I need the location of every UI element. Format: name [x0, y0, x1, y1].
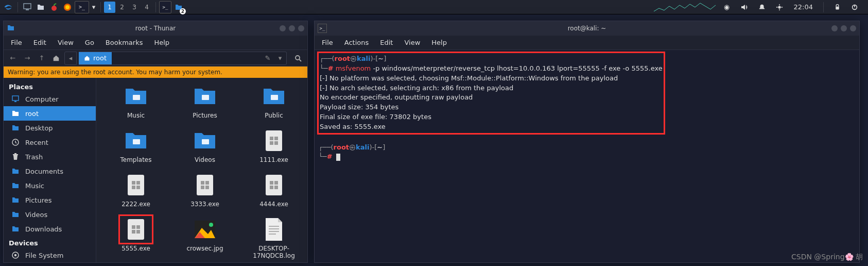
svg-rect-32 — [201, 181, 204, 185]
thunar-window: root - Thunar File Edit View Go Bookmark… — [3, 21, 308, 263]
menu-edit[interactable]: Edit — [375, 37, 398, 48]
up-button[interactable]: ↑ — [36, 52, 48, 64]
terminal-launcher-icon[interactable]: >_ — [75, 1, 89, 13]
svg-rect-23 — [274, 137, 278, 140]
task-files-icon[interactable]: 2 — [172, 1, 185, 13]
maximize-button[interactable] — [841, 25, 847, 31]
path-toggle-icon[interactable]: ◂ — [64, 52, 77, 65]
network-icon[interactable] — [773, 1, 786, 13]
svg-point-5 — [778, 6, 780, 8]
file-item[interactable]: 1111.exe — [240, 126, 307, 165]
volume-icon[interactable] — [738, 1, 751, 13]
maximize-button[interactable] — [289, 25, 295, 31]
menu-actions[interactable]: Actions — [339, 37, 374, 48]
menu-go[interactable]: Go — [80, 37, 99, 48]
sidebar-item-trash[interactable]: Trash — [4, 149, 96, 164]
workspace-1[interactable]: 1 — [104, 2, 115, 13]
file-label: Pictures — [193, 112, 217, 119]
sidebar-item-pictures[interactable]: Pictures — [4, 193, 96, 207]
menu-help[interactable]: Help — [149, 37, 175, 48]
svg-rect-45 — [136, 230, 140, 234]
file-item[interactable]: 3333.exe — [171, 171, 238, 210]
file-item[interactable]: DESKTOP-17NQDCB.log — [240, 215, 307, 261]
thunar-menubar: File Edit View Go Bookmarks Help — [4, 36, 307, 50]
search-button[interactable] — [292, 52, 304, 64]
record-icon[interactable]: ◉ — [721, 1, 733, 13]
thunar-titlebar[interactable]: root - Thunar — [4, 21, 307, 36]
sidebar-item-music[interactable]: Music — [4, 178, 96, 193]
file-item[interactable]: Music — [102, 82, 169, 121]
file-label: 3333.exe — [190, 201, 219, 208]
workspace-2[interactable]: 2 — [116, 2, 128, 13]
sidebar-item-label: Trash — [25, 153, 43, 161]
terminal-dropdown-icon[interactable]: ▾ — [90, 1, 97, 13]
kali-menu-icon[interactable] — [2, 1, 14, 13]
menu-file[interactable]: File — [317, 37, 338, 48]
svg-rect-10 — [14, 101, 16, 102]
clock[interactable]: 22:04 — [794, 3, 813, 11]
sidebar-item-computer[interactable]: Computer — [4, 92, 96, 106]
file-item[interactable]: Pictures — [171, 82, 238, 121]
file-item[interactable]: crowsec.jpg — [171, 215, 238, 261]
home-button[interactable] — [50, 52, 62, 64]
close-button[interactable] — [298, 25, 304, 31]
minimize-button[interactable] — [831, 25, 838, 31]
minimize-button[interactable] — [280, 25, 286, 31]
file-thumb-icon — [190, 128, 220, 153]
task-terminal-icon[interactable]: >_ — [159, 1, 171, 13]
svg-rect-35 — [205, 186, 209, 189]
notifications-icon[interactable] — [756, 1, 768, 13]
path-edit-icon[interactable]: ✎ — [262, 52, 274, 64]
terminal-titlebar[interactable]: >_ root@kali: ~ — [315, 21, 859, 36]
sidebar-item-file-system[interactable]: File System — [4, 248, 96, 262]
sidebar-item-label: root — [25, 110, 39, 118]
svg-rect-40 — [274, 186, 278, 189]
file-item[interactable]: Public — [240, 82, 307, 121]
file-item[interactable]: 4444.exe — [240, 171, 307, 210]
menu-edit[interactable]: Edit — [28, 37, 51, 48]
file-item[interactable]: 2222.exe — [102, 171, 169, 210]
file-thumb-icon — [190, 217, 220, 242]
svg-rect-30 — [136, 186, 140, 189]
menu-view[interactable]: View — [53, 37, 79, 48]
devices-header: Devices — [4, 236, 96, 248]
path-dropdown-icon[interactable]: ▾ — [274, 52, 286, 64]
sidebar-item-documents[interactable]: Documents — [4, 164, 96, 178]
sidebar-item-label: Recent — [25, 139, 48, 146]
disk-icon — [11, 251, 20, 260]
menu-file[interactable]: File — [6, 37, 27, 48]
firefox-icon[interactable] — [61, 1, 74, 13]
workspace-3[interactable]: 3 — [129, 2, 140, 13]
menu-bookmarks[interactable]: Bookmarks — [100, 37, 148, 48]
icon-view[interactable]: MusicPicturesPublicTemplatesVideos1111.e… — [96, 78, 307, 262]
lock-icon[interactable] — [831, 1, 843, 13]
sidebar-item-downloads[interactable]: Downloads — [4, 222, 96, 236]
close-button[interactable] — [850, 25, 856, 31]
file-item[interactable]: Videos — [171, 126, 238, 165]
files-icon[interactable] — [34, 1, 47, 13]
sidebar-item-label: Videos — [25, 211, 47, 219]
power-icon[interactable] — [848, 1, 861, 13]
file-item[interactable]: Templates — [102, 126, 169, 165]
path-seg-root[interactable]: root — [79, 52, 112, 64]
cherrytree-icon[interactable] — [48, 1, 60, 13]
svg-point-2 — [51, 6, 57, 11]
back-button[interactable]: ← — [7, 52, 19, 64]
menu-help[interactable]: Help — [426, 37, 452, 48]
menu-view[interactable]: View — [399, 37, 425, 48]
file-item[interactable]: 5555.exe — [102, 215, 169, 261]
sidebar-item-root[interactable]: root — [4, 106, 96, 121]
folder-icon — [11, 210, 20, 219]
sidebar-item-desktop[interactable]: Desktop — [4, 121, 96, 135]
svg-rect-17 — [202, 95, 209, 100]
show-desktop-icon[interactable] — [21, 1, 33, 13]
terminal-output[interactable]: ┌──(root㉿kali)-[~] └─# msfvenom -p windo… — [315, 50, 859, 262]
pathbar[interactable]: root ✎ ▾ — [79, 52, 287, 65]
sidebar-item-recent[interactable]: Recent — [4, 135, 96, 149]
cursor-icon — [336, 154, 340, 161]
workspace-4[interactable]: 4 — [141, 2, 152, 13]
forward-button[interactable]: → — [21, 52, 33, 64]
folder-icon — [11, 224, 20, 234]
file-label: Music — [127, 112, 145, 119]
sidebar-item-videos[interactable]: Videos — [4, 207, 96, 222]
